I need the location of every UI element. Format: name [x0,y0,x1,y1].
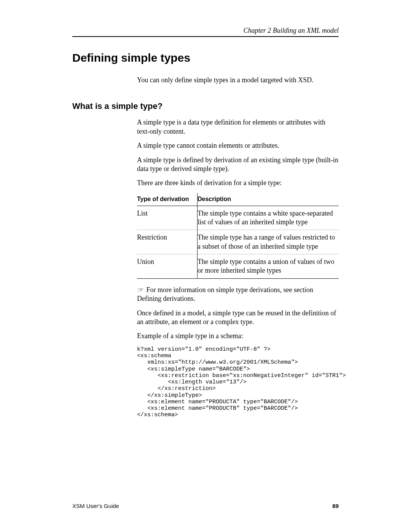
section-body: A simple type is a data type definition … [137,118,339,418]
table-cell: The simple type contains a union of valu… [198,254,339,279]
paragraph: A simple type cannot contain elements or… [137,141,339,150]
note-text: For more information on simple type deri… [137,286,313,302]
paragraph: Once defined in a model, a simple type c… [137,309,339,327]
code-example: k?xml version="1.0" encoding="UTF-8" ?> … [137,346,339,419]
running-head: Chapter 2 Building an XML model [72,27,339,37]
table-header: Description [198,193,339,206]
derivation-table: Type of derivation Description List The … [137,193,339,279]
table-cell: Union [137,254,198,279]
paragraph: Example of a simple type in a schema: [137,332,339,340]
footer-guide-name: XSM User's Guide [72,503,119,509]
paragraph: A simple type is defined by derivation o… [137,156,339,174]
table-row: List The simple type contains a white sp… [137,206,339,230]
section-heading: What is a simple type? [72,101,339,111]
table-row: Restriction The simple type has a range … [137,230,339,254]
intro-text: You can only define simple types in a mo… [137,76,339,85]
intro-block: You can only define simple types in a mo… [137,76,339,85]
note-paragraph: ☞ For more information on simple type de… [137,286,339,304]
table-header-row: Type of derivation Description [137,193,339,206]
page: Chapter 2 Building an XML model Defining… [0,0,411,532]
table-cell: The simple type contains a white space-s… [198,206,339,230]
page-title: Defining simple types [72,51,339,64]
page-number: 89 [332,503,339,509]
table-cell: List [137,206,198,230]
paragraph: There are three kinds of derivation for … [137,179,339,187]
pointer-icon: ☞ [137,286,143,294]
table-header: Type of derivation [137,193,198,206]
paragraph: A simple type is a data type definition … [137,118,339,136]
page-footer: XSM User's Guide 89 [72,503,339,509]
table-row: Union The simple type contains a union o… [137,254,339,279]
table-cell: Restriction [137,230,198,254]
table-cell: The simple type has a range of values re… [198,230,339,254]
